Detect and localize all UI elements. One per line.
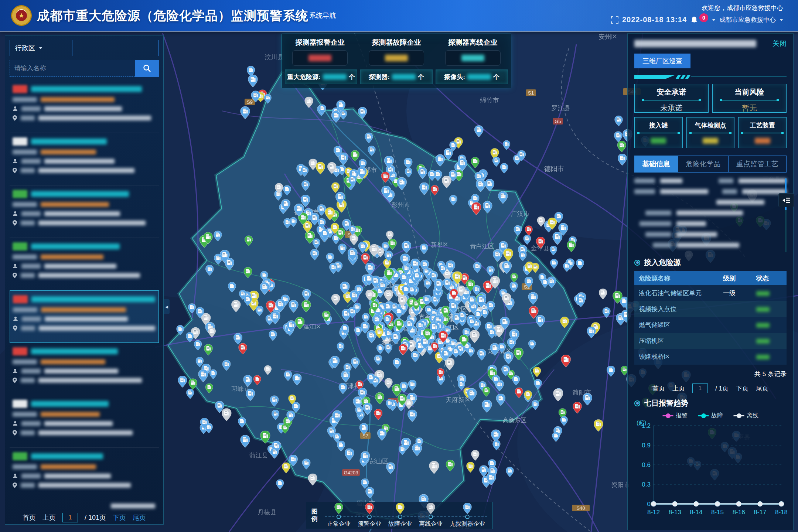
- page-next[interactable]: 下页: [736, 384, 748, 393]
- radio-bullet-icon: [634, 260, 640, 266]
- location-icon: [13, 220, 17, 226]
- promise-value: 未承诺: [635, 103, 708, 113]
- org-dropdown[interactable]: 成都市应急救援中心: [719, 16, 776, 24]
- sidebar-collapse-toggle[interactable]: ◀: [164, 299, 170, 314]
- page-number-input[interactable]: [692, 383, 708, 393]
- stat-box-2: 探测器离线企业: [434, 34, 511, 69]
- counter-box-1: 探测器:个: [360, 69, 433, 84]
- svg-text:0.9: 0.9: [642, 442, 651, 449]
- company-list-item[interactable]: [10, 448, 159, 500]
- datetime: 2022-08-18 13:14: [622, 16, 687, 24]
- legend-item: 无探测器企业: [450, 503, 485, 528]
- bell-icon[interactable]: [690, 16, 698, 24]
- hazard-section-header: 接入危险源: [634, 258, 787, 267]
- pin-icon: [396, 503, 405, 514]
- map-label: 蒲江县: [249, 452, 268, 459]
- trend-section-header: 七日报警趋势: [634, 398, 787, 408]
- map-label: 彭山区: [370, 458, 389, 465]
- hazard-table-row[interactable]: 铁路栈桥区: [634, 349, 787, 365]
- svg-text:S40: S40: [576, 505, 585, 511]
- trend-chart: (起)00.30.60.91.28-128-138-148-158-168-17…: [634, 420, 787, 519]
- fullscreen-icon[interactable]: [611, 16, 618, 24]
- search-button[interactable]: [135, 60, 159, 77]
- chart-legend-item[interactable]: 故障: [698, 412, 723, 420]
- company-list-item[interactable]: [10, 238, 159, 290]
- legend-item: 预警企业: [358, 503, 381, 528]
- svg-text:8-12: 8-12: [647, 509, 660, 516]
- tab-0[interactable]: 基础信息: [634, 156, 678, 173]
- legend-item: 正常企业: [327, 503, 351, 528]
- map-label: 德阳市: [544, 165, 564, 173]
- region-filter-dropdown[interactable]: 行政区: [10, 40, 72, 56]
- svg-text:S9: S9: [247, 99, 253, 105]
- panel-scrollbar: [785, 178, 787, 252]
- search-input[interactable]: [10, 60, 135, 77]
- pin-icon: [334, 503, 343, 514]
- company-detail-panel: 关闭 三维厂区巡查 安全承诺 未承诺 当前风险 暂无 接入罐气体检测点工艺装置 …: [627, 33, 794, 530]
- company-list-item[interactable]: [10, 290, 159, 343]
- records-count-blurred: [111, 504, 155, 508]
- current-risk-box: 当前风险 暂无: [712, 84, 787, 113]
- tab-1[interactable]: 危险化学品: [678, 156, 728, 173]
- person-icon: [13, 158, 18, 164]
- hazard-table-row[interactable]: 液化石油气储罐区单元一级: [634, 285, 787, 301]
- promise-label: 安全承诺: [635, 87, 708, 97]
- map-label: 绵竹市: [480, 97, 499, 104]
- road-badge: S1: [526, 89, 536, 96]
- sidebar-pagination: 首页 上页 / 101页 下页 尾页: [10, 513, 159, 522]
- company-list-item[interactable]: [10, 343, 159, 395]
- region-filter-input[interactable]: [72, 40, 159, 56]
- radio-bullet-icon: [634, 400, 640, 406]
- panel-pagination: 首页 上页 / 1页 下页 尾页: [634, 383, 787, 393]
- expand-detail-button[interactable]: [778, 193, 794, 207]
- company-list-item[interactable]: [10, 133, 159, 185]
- section-divider: [634, 75, 787, 79]
- page-number-input[interactable]: [62, 513, 78, 522]
- map-legend: 图例 正常企业预警企业故障企业离线企业无探测器企业: [306, 502, 493, 529]
- legend-item: 故障企业: [388, 503, 412, 528]
- svg-text:8-16: 8-16: [733, 509, 745, 516]
- chart-legend-item[interactable]: 离线: [733, 412, 758, 420]
- safety-promise-box: 安全承诺 未承诺: [634, 84, 709, 113]
- stat-box-0: 探测器报警企业: [282, 34, 358, 69]
- page-next[interactable]: 下页: [113, 513, 126, 522]
- person-icon: [13, 211, 18, 216]
- tab-2[interactable]: 重点监管工艺: [728, 156, 787, 173]
- page-last[interactable]: 尾页: [133, 513, 146, 522]
- 3d-patrol-button[interactable]: 三维厂区巡查: [634, 54, 690, 68]
- location-icon: [13, 430, 17, 436]
- company-sidebar: 行政区 首页 上页 / 101页 下页 尾页: [5, 35, 164, 525]
- svg-text:0: 0: [647, 501, 651, 508]
- chart-legend-item[interactable]: 报警: [662, 412, 688, 420]
- person-icon: [13, 473, 18, 478]
- svg-text:8-15: 8-15: [711, 509, 724, 516]
- page-prev[interactable]: 上页: [42, 513, 56, 522]
- person-icon: [13, 316, 18, 321]
- map-label: 汶川县: [265, 54, 284, 61]
- map-label: 罗江县: [552, 105, 570, 112]
- stat-box-1: 探测器故障企业: [358, 34, 435, 69]
- svg-text:8-17: 8-17: [754, 509, 766, 516]
- pin-icon: [463, 503, 472, 514]
- page-first[interactable]: 首页: [23, 513, 36, 522]
- company-list-item[interactable]: [10, 395, 159, 448]
- map-label: 新都区: [431, 242, 449, 248]
- nav-system-menu[interactable]: 系统导航: [301, 11, 336, 20]
- page-first[interactable]: 首页: [652, 384, 665, 393]
- company-list-item[interactable]: [10, 81, 159, 133]
- hazard-table-row[interactable]: 燃气储罐区: [634, 317, 787, 333]
- counter-box-0: 重大危险源:个: [285, 69, 357, 84]
- counter-box-2: 摄像头:个: [436, 69, 508, 84]
- count-box-0: 接入罐: [634, 117, 683, 148]
- page-prev[interactable]: 上页: [672, 384, 685, 393]
- hazard-table-row[interactable]: 压缩机区: [634, 333, 787, 349]
- count-box-1: 气体检测点: [686, 117, 735, 148]
- close-button[interactable]: 关闭: [773, 39, 787, 48]
- person-icon: [13, 263, 18, 269]
- svg-text:0.3: 0.3: [642, 481, 651, 488]
- table-records-count: 共 5 条记录: [634, 370, 787, 378]
- company-list-item[interactable]: [10, 185, 159, 238]
- legend-title: 图例: [311, 508, 323, 523]
- hazard-table-row[interactable]: 视频接入点位: [634, 301, 787, 317]
- page-last[interactable]: 尾页: [756, 384, 768, 393]
